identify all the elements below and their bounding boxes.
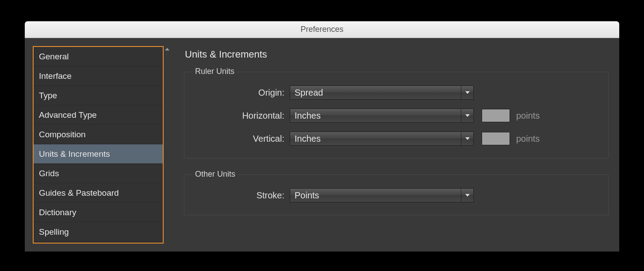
horizontal-row: Horizontal: Inches points: [192, 104, 600, 127]
scroll-track[interactable]: [164, 52, 171, 244]
svg-marker-0: [165, 48, 169, 50]
svg-marker-1: [465, 91, 470, 94]
origin-row: Origin: Spread: [192, 81, 600, 104]
sidebar-item-label: Grids: [39, 169, 59, 178]
sidebar-item-label: Type: [39, 91, 57, 101]
sidebar-wrap: General Interface Type Advanced Type Com…: [33, 46, 171, 244]
chevron-down-icon: [461, 132, 473, 145]
stroke-label: Stroke:: [192, 190, 290, 201]
sidebar-item-guides-pasteboard[interactable]: Guides & Pasteboard: [34, 183, 163, 203]
svg-marker-2: [465, 114, 470, 117]
horizontal-points-input[interactable]: [482, 109, 510, 122]
stroke-row: Stroke: Points: [192, 184, 600, 207]
sidebar-item-label: Interface: [39, 71, 72, 81]
ruler-units-legend: Ruler Units: [192, 67, 237, 76]
sidebar-item-label: General: [39, 52, 69, 62]
chevron-down-icon: [461, 189, 473, 202]
window-body: General Interface Type Advanced Type Com…: [25, 38, 619, 252]
svg-marker-3: [465, 137, 470, 140]
other-units-group: Other Units Stroke: Points: [184, 174, 609, 215]
stroke-value: Points: [295, 190, 319, 201]
sidebar-item-composition[interactable]: Composition: [34, 125, 163, 144]
sidebar-item-label: Spelling: [39, 227, 69, 237]
sidebar-item-label: Advanced Type: [39, 110, 97, 120]
svg-marker-4: [465, 194, 470, 197]
vertical-suffix: points: [516, 134, 540, 144]
main-panel: Units & Increments Ruler Units Origin: S…: [179, 46, 611, 244]
vertical-select[interactable]: Inches: [290, 132, 474, 146]
horizontal-suffix: points: [516, 111, 540, 121]
window-titlebar: Preferences: [25, 21, 619, 38]
sidebar-item-dictionary[interactable]: Dictionary: [34, 203, 163, 222]
panel-title: Units & Increments: [184, 49, 609, 60]
sidebar-item-label: Composition: [39, 130, 86, 139]
origin-value: Spread: [295, 88, 323, 98]
ruler-units-group: Ruler Units Origin: Spread Horizontal: I…: [184, 72, 609, 159]
other-units-legend: Other Units: [192, 170, 238, 179]
origin-select[interactable]: Spread: [290, 85, 474, 100]
sidebar-item-spelling[interactable]: Spelling: [34, 222, 163, 242]
chevron-down-icon: [461, 109, 473, 122]
sidebar-item-label: Guides & Pasteboard: [39, 188, 119, 198]
sidebar-item-type[interactable]: Type: [34, 86, 163, 105]
sidebar-item-units-increments[interactable]: Units & Increments: [34, 144, 163, 164]
window-title: Preferences: [300, 25, 343, 34]
chevron-down-icon: [461, 86, 473, 99]
vertical-label: Vertical:: [192, 134, 290, 144]
vertical-row: Vertical: Inches points: [192, 127, 600, 150]
sidebar-scrollbar[interactable]: [164, 46, 171, 244]
category-sidebar: General Interface Type Advanced Type Com…: [33, 46, 164, 244]
sidebar-item-interface[interactable]: Interface: [34, 66, 163, 86]
sidebar-item-label: Units & Increments: [39, 149, 110, 159]
sidebar-item-label: Dictionary: [39, 208, 76, 217]
horizontal-select[interactable]: Inches: [290, 108, 474, 123]
vertical-value: Inches: [295, 134, 321, 144]
horizontal-label: Horizontal:: [192, 111, 290, 121]
vertical-points-input[interactable]: [482, 132, 510, 145]
sidebar-item-general[interactable]: General: [34, 47, 163, 66]
preferences-window: Preferences General Interface Type Advan…: [25, 21, 619, 252]
sidebar-item-advanced-type[interactable]: Advanced Type: [34, 105, 163, 125]
stroke-select[interactable]: Points: [290, 188, 474, 202]
origin-label: Origin:: [192, 88, 290, 98]
horizontal-value: Inches: [295, 111, 321, 121]
scroll-up-arrow-icon[interactable]: [164, 46, 171, 52]
sidebar-item-grids[interactable]: Grids: [34, 164, 163, 183]
